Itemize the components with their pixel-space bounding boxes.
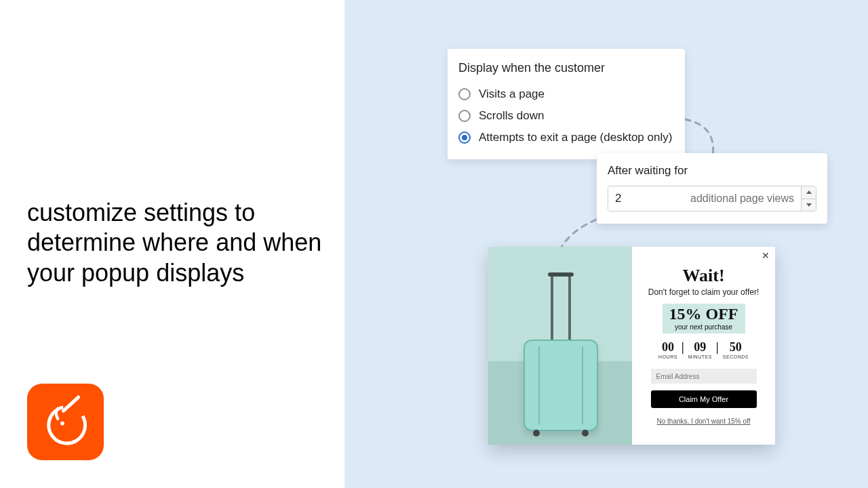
timer-minutes: 09 — [688, 340, 712, 354]
timer-seconds-label: SECONDS — [723, 354, 749, 359]
radio-option-exit-intent[interactable]: Attempts to exit a page (desktop only) — [458, 127, 674, 148]
offer-sub-text: your next purchase — [669, 323, 738, 331]
radio-option-scrolls-down[interactable]: Scrolls down — [458, 105, 674, 127]
chevron-up-icon — [806, 190, 812, 194]
svg-point-1 — [60, 421, 64, 425]
page-views-input[interactable] — [608, 186, 663, 211]
timer-separator: | — [716, 340, 719, 354]
email-input[interactable] — [651, 369, 757, 384]
radio-option-visits-page[interactable]: Visits a page — [458, 83, 674, 105]
popup-preview: ✕ Wait! Don't forget to claim your offer… — [488, 247, 775, 445]
page-views-stepper[interactable]: additional page views — [608, 186, 816, 211]
timer-seconds: 50 — [723, 340, 749, 354]
popup-image — [488, 247, 632, 445]
timer-hours: 00 — [658, 340, 677, 354]
timer-minutes-label: MINUTES — [688, 354, 712, 359]
countdown-timer: 00HOURS | 09MINUTES | 50SECONDS — [658, 340, 749, 359]
delay-title: After waiting for — [608, 164, 816, 178]
page-headline: customize settings to determine where an… — [27, 198, 332, 288]
timer-separator: | — [682, 340, 684, 354]
stepper-down-button[interactable] — [802, 199, 816, 211]
popup-heading: Wait! — [682, 266, 724, 286]
stepper-up-button[interactable] — [802, 186, 816, 199]
page-views-suffix: additional page views — [663, 186, 801, 211]
popup-subheading: Don't forget to claim your offer! — [648, 287, 759, 297]
brand-logo — [27, 384, 104, 460]
display-trigger-card: Display when the customer Visits a page … — [448, 49, 685, 159]
radio-icon — [458, 131, 471, 144]
offer-main-text: 15% OFF — [669, 305, 738, 323]
claim-offer-button[interactable]: Claim My Offer — [651, 390, 757, 408]
delay-card: After waiting for additional page views — [597, 153, 827, 224]
radio-label: Visits a page — [479, 87, 545, 101]
suitcase-icon — [524, 340, 598, 431]
timer-hours-label: HOURS — [658, 354, 677, 359]
radio-icon — [458, 110, 471, 122]
radio-label: Attempts to exit a page (desktop only) — [479, 131, 672, 144]
chevron-down-icon — [806, 203, 812, 207]
unicorn-icon — [37, 394, 94, 451]
offer-badge: 15% OFF your next purchase — [663, 304, 745, 333]
radio-icon — [458, 88, 471, 100]
decline-link[interactable]: No thanks, I don't want 15% off — [657, 418, 751, 425]
radio-label: Scrolls down — [479, 109, 544, 123]
display-trigger-title: Display when the customer — [458, 61, 674, 75]
close-icon[interactable]: ✕ — [762, 251, 770, 260]
